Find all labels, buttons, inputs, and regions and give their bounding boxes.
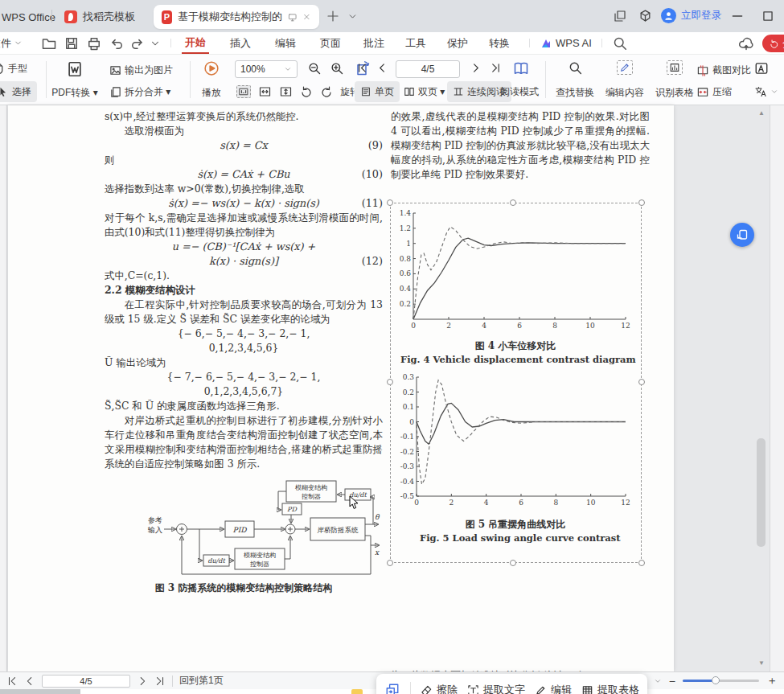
hand-tool[interactable]: 手型 xyxy=(0,58,27,79)
selection-handle[interactable] xyxy=(638,199,645,206)
edit-content-button[interactable]: 编辑内容 xyxy=(601,58,648,102)
menu-tab-edit[interactable]: 编辑 xyxy=(272,32,299,54)
fit-page-icon[interactable] xyxy=(279,85,293,98)
screenshot-compare-button[interactable]: 截图对比 xyxy=(696,60,751,80)
prev-page-icon[interactable] xyxy=(24,676,35,687)
menu-label: 编辑 xyxy=(275,36,296,51)
first-page-icon[interactable] xyxy=(6,676,18,687)
find-replace-button[interactable]: 查找替换 xyxy=(552,58,598,102)
selection-handle[interactable] xyxy=(387,379,393,385)
maximize-button[interactable] xyxy=(761,9,775,23)
rotate-right-icon[interactable] xyxy=(320,85,333,98)
fit-width-icon[interactable] xyxy=(258,85,272,98)
redo-icon[interactable] xyxy=(129,35,146,51)
selection-handle[interactable] xyxy=(387,560,393,566)
menu-tab-page[interactable]: 页面 xyxy=(317,32,344,54)
save-icon[interactable] xyxy=(63,35,80,51)
chevron-down-icon[interactable] xyxy=(654,677,662,685)
search-icon[interactable] xyxy=(611,35,629,51)
close-tab-icon[interactable] xyxy=(302,11,311,23)
compress-button[interactable]: 压缩 xyxy=(696,81,732,102)
vertical-scrollbar-thumb[interactable] xyxy=(757,438,766,547)
detect-table-button[interactable]: 识别表格 xyxy=(651,58,698,102)
text-language-icon[interactable] xyxy=(754,61,769,76)
floating-assistant-button[interactable] xyxy=(730,223,754,247)
rotate-left-icon[interactable] xyxy=(300,85,313,98)
selection-handle[interactable] xyxy=(510,199,516,206)
last-page-icon[interactable] xyxy=(154,676,166,687)
document-viewport[interactable]: s(x)中,经过整理运算变换后的系统仍然能控. 选取滑模面为 s(x) = Cx… xyxy=(0,105,784,671)
last-page-icon[interactable] xyxy=(490,62,502,74)
divider xyxy=(46,61,47,98)
single-page-button[interactable]: 单页 xyxy=(355,81,400,102)
translate-button[interactable] xyxy=(754,81,778,102)
menu-tab-home[interactable]: 开始 xyxy=(182,32,209,54)
zoom-slider-knob[interactable] xyxy=(712,676,720,684)
first-page-icon[interactable] xyxy=(356,62,368,74)
figure-4-caption-en: Fig. 4 Vehicle displacement contrast dia… xyxy=(392,353,638,366)
tab-wps-office[interactable]: WPS Office xyxy=(0,5,64,29)
menu-tab-convert[interactable]: 转换 xyxy=(486,32,513,54)
divider xyxy=(51,10,52,23)
figure-selection-region[interactable]: 0.20.40.60.811.21.4024681012 图 4 小车位移对比 … xyxy=(390,203,642,563)
print-icon[interactable] xyxy=(85,35,103,51)
tab-list-chevron-icon[interactable] xyxy=(347,11,358,22)
zoom-combobox[interactable]: 100% xyxy=(235,60,298,78)
apps-box-icon[interactable] xyxy=(638,9,652,23)
extract-text-button[interactable]: 提取文字 xyxy=(467,683,525,694)
pdf-to-word-icon xyxy=(66,60,84,78)
selection-handle[interactable] xyxy=(510,560,516,566)
paragraph: 选择指数到达率 w>0(常数),切换控制律,选取 xyxy=(105,182,383,196)
page-number-input[interactable] xyxy=(42,675,130,688)
back-to-first-page-link[interactable]: 回到第1页 xyxy=(179,674,224,688)
monitor-icon[interactable] xyxy=(288,11,298,23)
minimize-button[interactable] xyxy=(730,9,745,23)
pdf-convert-button[interactable]: PDF转换 ▾ xyxy=(51,58,98,102)
menu-tab-wps-ai[interactable]: WPS AI xyxy=(537,32,595,54)
play-button[interactable]: 播放 xyxy=(193,58,230,102)
menu-tab-tools[interactable]: 工具 xyxy=(402,32,429,54)
cloud-upload-icon[interactable] xyxy=(737,35,756,51)
zoom-in-plus[interactable]: ＋ xyxy=(766,674,778,688)
new-tab-icon[interactable] xyxy=(326,10,339,23)
edit-button[interactable]: 编辑 xyxy=(535,683,572,694)
snapshot-icon[interactable] xyxy=(384,683,400,694)
share-button[interactable]: 分享 xyxy=(762,35,784,52)
export-image-button[interactable]: 输出为图片 xyxy=(109,60,173,80)
menu-tab-insert[interactable]: 插入 xyxy=(227,32,254,54)
next-page-icon[interactable] xyxy=(470,62,482,74)
undo-icon[interactable] xyxy=(108,35,125,51)
selection-handle[interactable] xyxy=(638,560,645,566)
extract-table-button[interactable]: 提取表格 xyxy=(581,683,639,694)
tabs-layout-icon[interactable] xyxy=(614,10,626,23)
zoom-out-icon[interactable] xyxy=(307,61,322,76)
menu-tab-protect[interactable]: 保护 xyxy=(444,32,471,54)
left-panel-strip[interactable] xyxy=(0,105,7,671)
tab-docer-template[interactable]: 找稻壳模板 xyxy=(56,5,143,29)
book-icon[interactable] xyxy=(513,60,529,76)
read-mode-button[interactable]: 阅读模式 xyxy=(500,81,539,102)
actual-size-icon[interactable] xyxy=(236,85,251,98)
page-number-input[interactable] xyxy=(396,60,460,78)
select-tool[interactable]: 选择 xyxy=(0,81,37,102)
menu-tab-comment[interactable]: 批注 xyxy=(360,32,388,54)
zoom-in-icon[interactable] xyxy=(330,61,344,76)
erase-button[interactable]: 擦除 xyxy=(421,683,458,694)
selection-handle[interactable] xyxy=(387,199,393,206)
double-page-button[interactable]: 双页 ▾ xyxy=(404,81,445,102)
open-file-icon[interactable] xyxy=(40,35,58,51)
login-button[interactable]: 立即登录 xyxy=(661,8,721,23)
scroll-down-arrow[interactable]: ▼ xyxy=(758,660,765,667)
prev-page-icon[interactable] xyxy=(376,62,388,74)
zoom-slider[interactable] xyxy=(683,680,759,682)
tab-active-document[interactable]: P 基于模糊变结构控制的桥式起 xyxy=(154,5,319,29)
file-menu[interactable]: 文件 xyxy=(0,32,26,54)
next-page-icon[interactable] xyxy=(137,676,148,687)
zoom-out-minus[interactable]: − xyxy=(669,675,675,688)
split-merge-button[interactable]: 拆分合并 ▾ xyxy=(109,81,170,102)
more-chevron-icon[interactable] xyxy=(150,35,161,51)
selection-handle[interactable] xyxy=(638,379,645,385)
scroll-up-arrow[interactable]: ▲ xyxy=(758,110,765,117)
right-panel-strip[interactable] xyxy=(770,105,784,671)
pdf-page[interactable]: s(x)中,经过整理运算变换后的系统仍然能控. 选取滑模面为 s(x) = Cx… xyxy=(8,105,674,671)
